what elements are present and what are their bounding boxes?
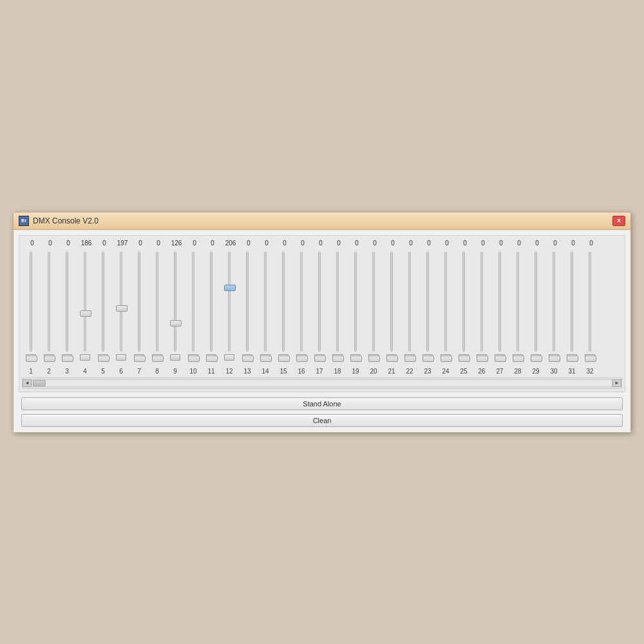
fader-track-ch20[interactable] xyxy=(372,252,375,352)
mini-btn-ch9[interactable] xyxy=(170,354,180,361)
faders-row xyxy=(22,249,622,365)
value-label-ch11: 0 xyxy=(206,240,219,247)
fader-track-ch1[interactable] xyxy=(30,252,32,352)
fader-track-ch29[interactable] xyxy=(535,252,537,352)
fader-track-ch15[interactable] xyxy=(282,252,285,352)
fader-track-ch21[interactable] xyxy=(390,252,393,352)
channel-numbers-row: 1234567891011121314151617181920212223242… xyxy=(22,368,622,375)
fader-track-ch23[interactable] xyxy=(426,252,429,352)
fader-track-ch5[interactable] xyxy=(102,252,104,352)
fader-track-ch7[interactable] xyxy=(138,252,140,352)
fader-thumb-ch28[interactable] xyxy=(513,355,524,362)
scroll-thumb[interactable] xyxy=(33,380,46,386)
fader-thumb-ch2[interactable] xyxy=(44,355,55,362)
fader-track-ch31[interactable] xyxy=(571,252,573,352)
fader-thumb-ch7[interactable] xyxy=(134,355,146,362)
value-label-ch6: 197 xyxy=(116,240,129,247)
fader-thumb-ch24[interactable] xyxy=(440,355,452,362)
fader-track-ch27[interactable] xyxy=(498,252,501,352)
fader-col-ch7 xyxy=(130,249,148,365)
fader-track-ch12[interactable] xyxy=(228,252,231,352)
value-ch31: 0 xyxy=(564,240,582,247)
fader-thumb-ch11[interactable] xyxy=(206,355,218,362)
fader-thumb-ch5[interactable] xyxy=(98,355,109,362)
stand-alone-button[interactable]: Stand Alone xyxy=(21,397,623,410)
fader-track-ch4[interactable] xyxy=(84,252,86,352)
channel-num-ch24: 24 xyxy=(437,368,455,375)
fader-thumb-ch26[interactable] xyxy=(477,355,488,362)
fader-track-ch14[interactable] xyxy=(264,252,267,352)
channel-num-ch28: 28 xyxy=(509,368,527,375)
fader-track-ch19[interactable] xyxy=(354,252,357,352)
fader-track-ch28[interactable] xyxy=(516,252,519,352)
fader-thumb-ch32[interactable] xyxy=(585,355,596,362)
fader-track-ch24[interactable] xyxy=(444,252,447,352)
value-label-ch9: 126 xyxy=(170,240,183,247)
fader-col-ch10 xyxy=(184,249,202,365)
fader-thumb-ch22[interactable] xyxy=(404,355,416,362)
fader-col-ch12 xyxy=(220,249,238,365)
fader-thumb-ch9[interactable] xyxy=(170,320,182,327)
fader-track-ch16[interactable] xyxy=(300,252,303,352)
fader-track-ch11[interactable] xyxy=(210,252,213,352)
fader-track-ch17[interactable] xyxy=(318,252,321,352)
fader-thumb-ch19[interactable] xyxy=(350,355,362,362)
value-ch11: 0 xyxy=(204,240,222,247)
fader-track-ch26[interactable] xyxy=(480,252,483,352)
mini-btn-ch4[interactable] xyxy=(80,354,90,361)
scroll-right-arrow[interactable]: ► xyxy=(612,379,621,387)
fader-track-ch3[interactable] xyxy=(66,252,68,352)
mini-btn-ch12[interactable] xyxy=(224,354,234,361)
fader-thumb-ch12[interactable] xyxy=(224,285,236,291)
value-label-ch26: 0 xyxy=(477,240,489,247)
scroll-track[interactable] xyxy=(32,379,612,387)
fader-thumb-ch16[interactable] xyxy=(296,355,308,362)
fader-thumb-ch20[interactable] xyxy=(368,355,380,362)
fader-col-ch25 xyxy=(455,249,473,365)
channel-num-ch26: 26 xyxy=(473,368,491,375)
channel-num-ch17: 17 xyxy=(310,368,328,375)
fader-thumb-ch29[interactable] xyxy=(531,355,542,362)
fader-thumb-ch8[interactable] xyxy=(152,355,164,362)
close-button[interactable]: × xyxy=(612,216,625,226)
fader-track-ch8[interactable] xyxy=(156,252,158,352)
fader-thumb-ch13[interactable] xyxy=(242,355,254,362)
value-ch2: 0 xyxy=(41,240,59,247)
fader-thumb-ch6[interactable] xyxy=(116,305,128,312)
fader-col-ch26 xyxy=(473,249,491,365)
fader-track-ch10[interactable] xyxy=(192,252,194,352)
fader-col-ch3 xyxy=(58,249,76,365)
value-label-ch7: 0 xyxy=(134,240,147,247)
fader-thumb-ch17[interactable] xyxy=(314,355,326,362)
value-ch3: 0 xyxy=(59,240,77,247)
fader-track-ch30[interactable] xyxy=(553,252,555,352)
mini-btn-ch6[interactable] xyxy=(116,354,126,361)
fader-thumb-ch18[interactable] xyxy=(332,355,344,362)
fader-thumb-ch21[interactable] xyxy=(386,355,398,362)
fader-track-ch25[interactable] xyxy=(462,252,465,352)
fader-thumb-ch25[interactable] xyxy=(459,355,470,362)
fader-thumb-ch3[interactable] xyxy=(62,355,73,362)
fader-track-ch6[interactable] xyxy=(120,252,122,352)
clean-button[interactable]: Clean xyxy=(21,414,623,427)
buttons-row: Stand Alone Clean xyxy=(19,397,625,427)
fader-track-ch18[interactable] xyxy=(336,252,339,352)
fader-thumb-ch14[interactable] xyxy=(260,355,272,362)
fader-thumb-ch10[interactable] xyxy=(188,355,200,362)
fader-thumb-ch31[interactable] xyxy=(567,355,578,362)
fader-track-ch13[interactable] xyxy=(246,252,249,352)
fader-track-ch9[interactable] xyxy=(174,252,176,352)
scroll-left-arrow[interactable]: ◄ xyxy=(23,379,32,387)
fader-thumb-ch15[interactable] xyxy=(278,355,290,362)
fader-track-ch22[interactable] xyxy=(408,252,411,352)
fader-thumb-ch1[interactable] xyxy=(26,355,37,362)
fader-thumb-ch23[interactable] xyxy=(422,355,434,362)
fader-col-ch21 xyxy=(383,249,401,365)
fader-thumb-ch4[interactable] xyxy=(80,310,91,317)
fader-track-ch2[interactable] xyxy=(48,252,50,352)
fader-thumb-ch30[interactable] xyxy=(549,355,560,362)
fader-thumb-ch27[interactable] xyxy=(495,355,506,362)
fader-track-ch32[interactable] xyxy=(589,252,591,352)
value-label-ch31: 0 xyxy=(567,240,580,247)
scrollbar: ◄ ► xyxy=(22,377,622,389)
